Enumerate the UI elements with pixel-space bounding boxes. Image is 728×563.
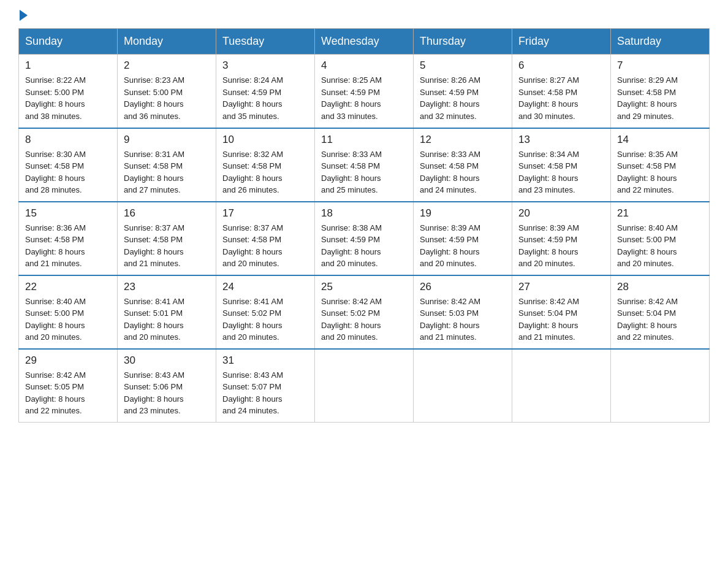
logo-arrow-icon — [20, 10, 28, 21]
calendar-cell: 29Sunrise: 8:42 AMSunset: 5:05 PMDayligh… — [19, 349, 118, 423]
day-info: Sunrise: 8:23 AMSunset: 5:00 PMDaylight:… — [124, 74, 210, 122]
calendar-week-row: 1Sunrise: 8:22 AMSunset: 5:00 PMDaylight… — [19, 55, 710, 128]
calendar-cell: 23Sunrise: 8:41 AMSunset: 5:01 PMDayligh… — [118, 275, 216, 349]
day-number: 19 — [420, 207, 506, 220]
calendar-cell: 14Sunrise: 8:35 AMSunset: 4:58 PMDayligh… — [611, 128, 710, 202]
calendar-cell: 5Sunrise: 8:26 AMSunset: 4:59 PMDaylight… — [414, 55, 512, 128]
day-number: 28 — [617, 281, 703, 293]
calendar-cell: 31Sunrise: 8:43 AMSunset: 5:07 PMDayligh… — [216, 349, 315, 423]
calendar-cell: 28Sunrise: 8:42 AMSunset: 5:04 PMDayligh… — [611, 275, 710, 349]
calendar-cell: 1Sunrise: 8:22 AMSunset: 5:00 PMDaylight… — [19, 55, 118, 128]
day-info: Sunrise: 8:35 AMSunset: 4:58 PMDaylight:… — [617, 148, 703, 196]
calendar-week-row: 29Sunrise: 8:42 AMSunset: 5:05 PMDayligh… — [19, 349, 710, 423]
day-info: Sunrise: 8:38 AMSunset: 4:59 PMDaylight:… — [321, 222, 407, 270]
day-number: 14 — [617, 134, 703, 146]
calendar-cell: 12Sunrise: 8:33 AMSunset: 4:58 PMDayligh… — [414, 128, 512, 202]
calendar-cell: 9Sunrise: 8:31 AMSunset: 4:58 PMDaylight… — [118, 128, 216, 202]
day-number: 9 — [124, 134, 210, 146]
day-number: 24 — [222, 281, 308, 293]
calendar-cell: 11Sunrise: 8:33 AMSunset: 4:58 PMDayligh… — [315, 128, 414, 202]
day-info: Sunrise: 8:42 AMSunset: 5:05 PMDaylight:… — [25, 369, 111, 417]
day-info: Sunrise: 8:22 AMSunset: 5:00 PMDaylight:… — [25, 74, 111, 122]
calendar-cell: 21Sunrise: 8:40 AMSunset: 5:00 PMDayligh… — [611, 202, 710, 275]
calendar-cell: 16Sunrise: 8:37 AMSunset: 4:58 PMDayligh… — [118, 202, 216, 275]
day-info: Sunrise: 8:39 AMSunset: 4:59 PMDaylight:… — [518, 222, 604, 270]
day-info: Sunrise: 8:40 AMSunset: 5:00 PMDaylight:… — [25, 296, 111, 343]
day-info: Sunrise: 8:42 AMSunset: 5:04 PMDaylight:… — [518, 296, 604, 343]
day-number: 20 — [518, 207, 604, 220]
calendar-cell: 10Sunrise: 8:32 AMSunset: 4:58 PMDayligh… — [216, 128, 315, 202]
day-info: Sunrise: 8:36 AMSunset: 4:58 PMDaylight:… — [25, 222, 111, 270]
calendar-cell: 7Sunrise: 8:29 AMSunset: 4:58 PMDaylight… — [611, 55, 710, 128]
calendar-table: SundayMondayTuesdayWednesdayThursdayFrid… — [18, 28, 710, 423]
calendar-cell: 27Sunrise: 8:42 AMSunset: 5:04 PMDayligh… — [512, 275, 611, 349]
day-info: Sunrise: 8:43 AMSunset: 5:07 PMDaylight:… — [222, 369, 308, 417]
calendar-cell: 18Sunrise: 8:38 AMSunset: 4:59 PMDayligh… — [315, 202, 414, 275]
calendar-cell: 24Sunrise: 8:41 AMSunset: 5:02 PMDayligh… — [216, 275, 315, 349]
weekday-header-monday: Monday — [118, 29, 216, 55]
calendar-cell: 8Sunrise: 8:30 AMSunset: 4:58 PMDaylight… — [19, 128, 118, 202]
calendar-cell: 25Sunrise: 8:42 AMSunset: 5:02 PMDayligh… — [315, 275, 414, 349]
day-info: Sunrise: 8:26 AMSunset: 4:59 PMDaylight:… — [420, 74, 506, 122]
day-number: 26 — [420, 281, 506, 293]
day-number: 11 — [321, 134, 407, 146]
day-number: 7 — [617, 59, 703, 72]
day-info: Sunrise: 8:32 AMSunset: 4:58 PMDaylight:… — [222, 148, 308, 196]
calendar-cell: 30Sunrise: 8:43 AMSunset: 5:06 PMDayligh… — [118, 349, 216, 423]
weekday-header-saturday: Saturday — [611, 29, 710, 55]
day-number: 12 — [420, 134, 506, 146]
day-info: Sunrise: 8:40 AMSunset: 5:00 PMDaylight:… — [617, 222, 703, 270]
calendar-cell: 20Sunrise: 8:39 AMSunset: 4:59 PMDayligh… — [512, 202, 611, 275]
day-info: Sunrise: 8:41 AMSunset: 5:01 PMDaylight:… — [124, 296, 210, 343]
day-info: Sunrise: 8:29 AMSunset: 4:58 PMDaylight:… — [617, 74, 703, 122]
calendar-cell: 17Sunrise: 8:37 AMSunset: 4:58 PMDayligh… — [216, 202, 315, 275]
calendar-cell: 19Sunrise: 8:39 AMSunset: 4:59 PMDayligh… — [414, 202, 512, 275]
day-info: Sunrise: 8:37 AMSunset: 4:58 PMDaylight:… — [124, 222, 210, 270]
weekday-header-tuesday: Tuesday — [216, 29, 315, 55]
day-number: 31 — [222, 354, 308, 367]
calendar-cell: 2Sunrise: 8:23 AMSunset: 5:00 PMDaylight… — [118, 55, 216, 128]
day-number: 13 — [518, 134, 604, 146]
weekday-header-thursday: Thursday — [414, 29, 512, 55]
day-info: Sunrise: 8:39 AMSunset: 4:59 PMDaylight:… — [420, 222, 506, 270]
day-number: 15 — [25, 207, 111, 220]
calendar-cell: 13Sunrise: 8:34 AMSunset: 4:58 PMDayligh… — [512, 128, 611, 202]
day-info: Sunrise: 8:42 AMSunset: 5:04 PMDaylight:… — [617, 296, 703, 343]
day-number: 29 — [25, 354, 111, 367]
calendar-week-row: 22Sunrise: 8:40 AMSunset: 5:00 PMDayligh… — [19, 275, 710, 349]
day-info: Sunrise: 8:33 AMSunset: 4:58 PMDaylight:… — [321, 148, 407, 196]
calendar-week-row: 15Sunrise: 8:36 AMSunset: 4:58 PMDayligh… — [19, 202, 710, 275]
day-info: Sunrise: 8:31 AMSunset: 4:58 PMDaylight:… — [124, 148, 210, 196]
day-number: 6 — [518, 59, 604, 72]
calendar-cell: 4Sunrise: 8:25 AMSunset: 4:59 PMDaylight… — [315, 55, 414, 128]
day-number: 1 — [25, 59, 111, 72]
day-info: Sunrise: 8:27 AMSunset: 4:58 PMDaylight:… — [518, 74, 604, 122]
weekday-header-row: SundayMondayTuesdayWednesdayThursdayFrid… — [19, 29, 710, 55]
logo — [18, 12, 28, 17]
day-number: 4 — [321, 59, 407, 72]
day-number: 8 — [25, 134, 111, 146]
calendar-cell: 22Sunrise: 8:40 AMSunset: 5:00 PMDayligh… — [19, 275, 118, 349]
day-info: Sunrise: 8:25 AMSunset: 4:59 PMDaylight:… — [321, 74, 407, 122]
day-number: 18 — [321, 207, 407, 220]
calendar-cell — [512, 349, 611, 423]
calendar-cell: 3Sunrise: 8:24 AMSunset: 4:59 PMDaylight… — [216, 55, 315, 128]
logo-text — [18, 12, 28, 21]
day-info: Sunrise: 8:43 AMSunset: 5:06 PMDaylight:… — [124, 369, 210, 417]
day-number: 10 — [222, 134, 308, 146]
day-info: Sunrise: 8:30 AMSunset: 4:58 PMDaylight:… — [25, 148, 111, 196]
day-number: 21 — [617, 207, 703, 220]
day-info: Sunrise: 8:33 AMSunset: 4:58 PMDaylight:… — [420, 148, 506, 196]
day-number: 17 — [222, 207, 308, 220]
weekday-header-sunday: Sunday — [19, 29, 118, 55]
calendar-cell: 6Sunrise: 8:27 AMSunset: 4:58 PMDaylight… — [512, 55, 611, 128]
calendar-week-row: 8Sunrise: 8:30 AMSunset: 4:58 PMDaylight… — [19, 128, 710, 202]
weekday-header-friday: Friday — [512, 29, 611, 55]
day-info: Sunrise: 8:41 AMSunset: 5:02 PMDaylight:… — [222, 296, 308, 343]
day-number: 30 — [124, 354, 210, 367]
day-number: 3 — [222, 59, 308, 72]
calendar-cell — [611, 349, 710, 423]
day-number: 23 — [124, 281, 210, 293]
weekday-header-wednesday: Wednesday — [315, 29, 414, 55]
day-info: Sunrise: 8:34 AMSunset: 4:58 PMDaylight:… — [518, 148, 604, 196]
